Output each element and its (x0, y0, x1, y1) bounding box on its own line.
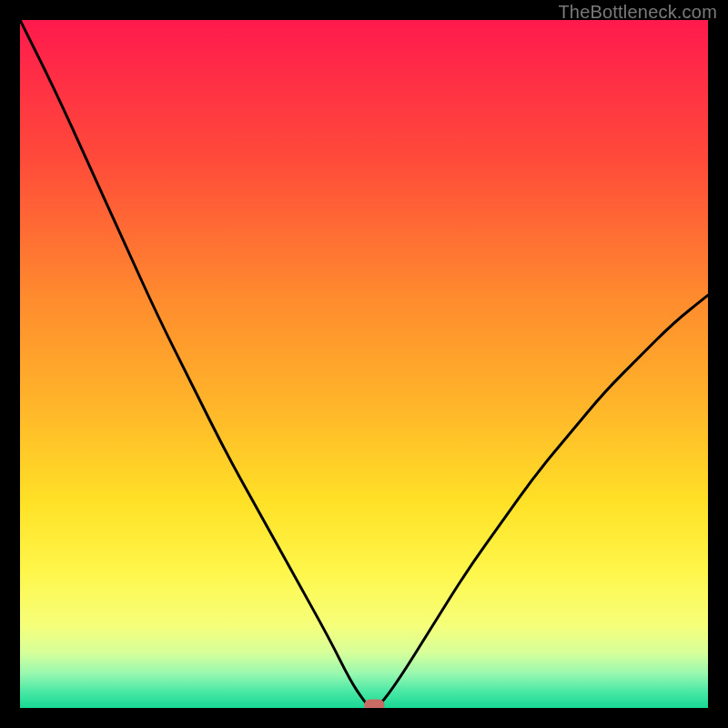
optimal-marker (364, 700, 384, 709)
bottleneck-curve (20, 20, 708, 708)
chart-frame: TheBottleneck.com (0, 0, 728, 728)
curve-layer (20, 20, 708, 708)
plot-area (20, 20, 708, 708)
